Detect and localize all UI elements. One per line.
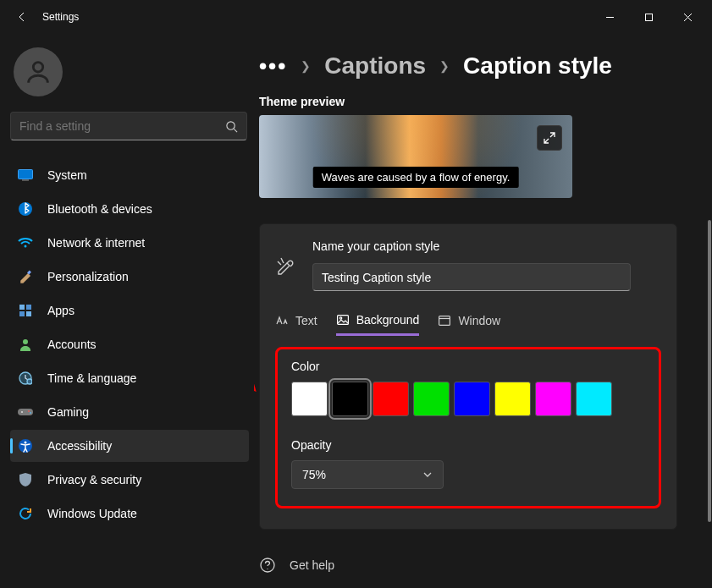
sidebar-item-bluetooth[interactable]: Bluetooth & devices [10,193,249,225]
sidebar-item-label: Gaming [47,405,89,419]
sidebar-item-accounts[interactable]: Accounts [10,328,249,360]
expand-icon [544,132,555,144]
theme-preview: Waves are caused by a flow of energy. [259,115,572,198]
paint-swatch-icon [275,256,295,277]
sidebar-item-label: Personalization [47,270,129,283]
fullscreen-button[interactable] [537,125,562,151]
bluetooth-icon [17,201,34,217]
search-input[interactable] [19,119,225,133]
breadcrumb-ellipsis[interactable]: ••• [259,53,287,80]
caption-preview-text: Waves are caused by a flow of energy. [313,167,519,188]
text-icon [275,314,289,327]
color-swatch-4[interactable] [454,382,490,416]
search-box[interactable] [10,112,247,140]
svg-point-4 [33,63,42,72]
sidebar-item-label: Apps [47,304,75,317]
svg-point-26 [339,317,341,319]
svg-rect-13 [26,305,31,310]
sidebar-item-network[interactable]: Network & internet [10,227,249,259]
window-title: Settings [42,11,79,23]
tab-label: Window [458,314,500,327]
color-swatch-2[interactable] [373,382,409,416]
opacity-value: 75% [302,468,326,481]
shield-icon [17,471,34,488]
svg-rect-1 [645,14,652,20]
minimize-icon [605,13,615,22]
breadcrumb-current: Caption style [463,52,612,80]
svg-point-21 [28,410,30,412]
close-button[interactable] [668,3,707,30]
svg-point-18 [27,379,32,384]
color-swatch-5[interactable] [494,382,531,416]
minimize-button[interactable] [590,3,629,30]
style-name-label: Name your caption style [312,239,661,253]
chevron-right-icon: ❯ [301,59,311,73]
get-help-link[interactable]: Get help [290,558,334,572]
svg-point-10 [25,245,27,248]
sidebar-item-gaming[interactable]: Gaming [10,396,249,428]
sidebar-item-label: Windows Update [47,507,137,520]
preview-label: Theme preview [259,95,693,108]
svg-rect-7 [19,170,33,179]
sidebar-item-label: System [47,168,87,182]
color-label: Color [291,360,645,373]
sidebar-item-privacy[interactable]: Privacy & security [10,464,249,496]
breadcrumb-parent[interactable]: Captions [324,52,426,80]
sidebar-item-apps[interactable]: Apps [10,294,249,327]
svg-rect-15 [26,311,31,316]
color-swatch-7[interactable] [576,382,612,416]
accessibility-icon [17,437,34,454]
window-icon [438,314,451,327]
scrollbar[interactable] [707,220,712,580]
apps-icon [17,302,34,319]
tab-window[interactable]: Window [438,313,500,335]
svg-rect-25 [337,316,348,325]
svg-rect-8 [22,179,29,181]
svg-point-22 [30,412,31,414]
color-swatch-6[interactable] [535,382,571,416]
chevron-right-icon: ❯ [439,59,450,73]
person-icon [17,336,34,353]
svg-rect-12 [19,305,25,310]
svg-rect-19 [18,409,33,415]
sidebar-item-label: Time & language [47,371,136,385]
image-icon [336,313,350,327]
opacity-label: Opacity [291,438,645,452]
svg-rect-14 [19,311,25,316]
display-icon [17,167,34,184]
chevron-down-icon [422,470,433,480]
color-swatch-0[interactable] [291,382,328,416]
sidebar-item-update[interactable]: Windows Update [10,497,249,530]
sidebar-item-label: Bluetooth & devices [47,202,152,216]
sidebar-item-system[interactable]: System [10,159,249,191]
tab-label: Text [295,314,317,327]
back-button[interactable] [5,0,39,34]
search-icon [225,120,238,133]
background-settings-highlight: Color Opacity 75% [275,347,661,508]
tab-background[interactable]: Background [336,313,420,336]
svg-point-20 [21,411,23,413]
sidebar-item-personalization[interactable]: Personalization [10,261,249,293]
sidebar-item-label: Network & internet [47,236,145,250]
help-icon [259,557,276,574]
sidebar-item-label: Accessibility [47,439,112,453]
tab-text[interactable]: Text [275,313,317,335]
svg-point-24 [25,442,27,444]
breadcrumb: ••• ❯ Captions ❯ Caption style [259,52,693,80]
svg-point-30 [267,569,268,569]
style-name-input[interactable] [312,263,631,291]
color-swatch-1[interactable] [332,382,368,416]
svg-rect-27 [439,316,450,326]
maximize-button[interactable] [629,3,668,30]
color-swatch-3[interactable] [413,382,450,416]
tab-label: Background [356,313,420,327]
opacity-select[interactable]: 75% [291,460,444,489]
wifi-icon [17,234,34,251]
sidebar-item-accessibility[interactable]: Accessibility [10,430,249,462]
user-avatar[interactable] [14,47,63,96]
sidebar-item-label: Privacy & security [47,473,141,486]
sidebar-item-time[interactable]: Time & language [10,362,249,394]
sidebar-item-label: Accounts [47,338,97,351]
gamepad-icon [17,404,34,420]
svg-line-6 [234,129,237,132]
